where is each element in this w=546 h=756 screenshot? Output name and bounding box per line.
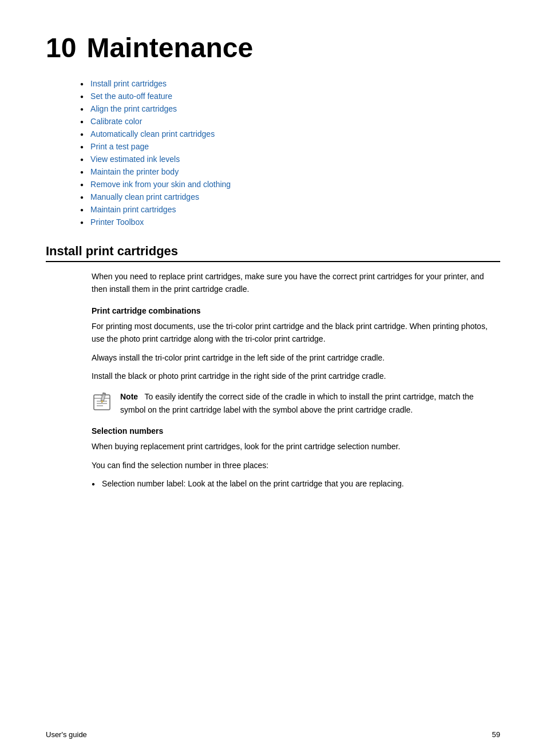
section-title-install: Install print cartridges (46, 244, 500, 262)
toc-item: Calibrate color (80, 117, 500, 126)
section-body-install: When you need to replace print cartridge… (92, 270, 500, 490)
chapter-header: 10 Maintenance (46, 34, 500, 62)
toc-item: Automatically clean print cartridges (80, 129, 500, 138)
selection-bullets: Selection number label: Look at the labe… (92, 477, 500, 490)
toc-link[interactable]: Printer Toolbox (90, 217, 144, 227)
toc-link[interactable]: Align the print cartridges (90, 104, 177, 113)
toc-list: Install print cartridgesSet the auto-off… (80, 79, 500, 227)
page-container: 10 Maintenance Install print cartridgesS… (0, 0, 546, 541)
print-combinations: Print cartridge combinations For printin… (92, 306, 500, 416)
selection-numbers-para1: When buying replacement print cartridges… (92, 440, 500, 453)
footer-right: 59 (492, 730, 500, 739)
chapter-title: Maintenance (86, 34, 253, 62)
toc-link[interactable]: Calibrate color (90, 117, 142, 126)
toc-item: Maintain print cartridges (80, 205, 500, 214)
chapter-number: 10 (46, 34, 76, 62)
toc-link[interactable]: Print a test page (90, 142, 149, 151)
install-section: Install print cartridges When you need t… (46, 244, 500, 490)
bullet-item: Selection number label: Look at the labe… (92, 477, 500, 490)
toc-link[interactable]: Remove ink from your skin and clothing (90, 180, 231, 189)
page-footer: User's guide 59 (46, 730, 500, 739)
toc-link[interactable]: Manually clean print cartridges (90, 192, 199, 201)
toc-link[interactable]: Set the auto-off feature (90, 92, 172, 101)
toc-link[interactable]: Maintain print cartridges (90, 205, 176, 214)
print-combinations-para1: For printing most documents, use the tri… (92, 320, 500, 346)
selection-numbers-para2: You can find the selection number in thr… (92, 459, 500, 472)
note-label: Note (120, 392, 138, 401)
toc-item: Align the print cartridges (80, 104, 500, 113)
toc-item: Print a test page (80, 142, 500, 151)
toc-link[interactable]: View estimated ink levels (90, 155, 180, 164)
toc-item: Manually clean print cartridges (80, 192, 500, 201)
selection-numbers: Selection numbers When buying replacemen… (92, 426, 500, 490)
note-content: To easily identify the correct side of t… (120, 392, 474, 414)
install-intro: When you need to replace print cartridge… (92, 270, 500, 296)
selection-numbers-title: Selection numbers (92, 426, 500, 436)
toc-link[interactable]: Maintain the printer body (90, 167, 179, 176)
toc-item: View estimated ink levels (80, 155, 500, 164)
toc-item: Set the auto-off feature (80, 92, 500, 101)
print-combinations-para2: Always install the tri-color print cartr… (92, 351, 500, 364)
toc-link[interactable]: Install print cartridges (90, 79, 167, 88)
note-icon (92, 391, 112, 412)
toc-item: Remove ink from your skin and clothing (80, 180, 500, 189)
note-text: Note To easily identify the correct side… (120, 390, 500, 416)
toc-item: Printer Toolbox (80, 217, 500, 227)
toc-item: Install print cartridges (80, 79, 500, 88)
toc-link[interactable]: Automatically clean print cartridges (90, 129, 215, 138)
note-box: Note To easily identify the correct side… (92, 390, 500, 416)
footer-left: User's guide (46, 730, 87, 739)
toc-item: Maintain the printer body (80, 167, 500, 176)
print-combinations-para3: Install the black or photo print cartrid… (92, 370, 500, 382)
print-combinations-title: Print cartridge combinations (92, 306, 500, 315)
